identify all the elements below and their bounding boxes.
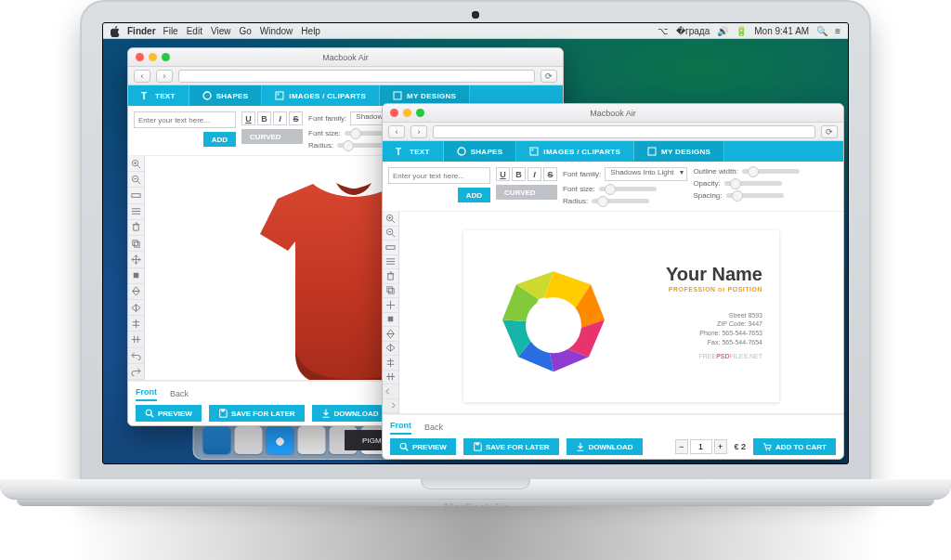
outline-width-slider[interactable]: [742, 169, 800, 174]
curved-button[interactable]: CURVED: [496, 185, 557, 200]
qty-decrement[interactable]: −: [675, 439, 688, 454]
download-button[interactable]: DOWNLOAD: [312, 405, 388, 422]
spotlight-icon[interactable]: 🔍: [816, 26, 827, 36]
delete-tool[interactable]: [128, 220, 144, 236]
view-front[interactable]: Front: [390, 421, 411, 435]
delete-tool[interactable]: [383, 269, 398, 284]
grid-tool[interactable]: [383, 255, 398, 270]
flip-h-tool[interactable]: [128, 300, 144, 316]
save-button[interactable]: SAVE FOR LATER: [209, 405, 305, 422]
move-tool[interactable]: [383, 298, 398, 313]
qty-input[interactable]: [690, 439, 712, 454]
wifi-icon[interactable]: �града: [676, 26, 710, 36]
volume-icon[interactable]: 🔊: [717, 26, 728, 36]
forward-button[interactable]: ›: [410, 125, 427, 138]
preview-button[interactable]: PREVIEW: [390, 438, 456, 455]
designer-tabs: TTEXT SHAPES IMAGES / CLIPARTS MY DESIGN…: [383, 141, 843, 162]
opacity-slider[interactable]: [724, 181, 782, 186]
zoom-out-tool[interactable]: [128, 172, 144, 188]
text-input[interactable]: [388, 167, 490, 184]
italic-button[interactable]: I: [528, 167, 541, 181]
bluetooth-icon[interactable]: ⌥: [658, 26, 669, 36]
text-input[interactable]: [134, 111, 236, 128]
menubar-clock[interactable]: Mon 9:41 AM: [754, 26, 809, 36]
underline-button[interactable]: U: [496, 167, 510, 181]
font-size-slider[interactable]: [599, 187, 657, 191]
bold-button[interactable]: B: [512, 167, 526, 181]
menubar-help[interactable]: Help: [301, 26, 320, 36]
align-v-tool[interactable]: [383, 371, 398, 385]
dock-safari[interactable]: [267, 426, 294, 454]
view-front[interactable]: Front: [136, 387, 157, 401]
align-h-tool[interactable]: [383, 356, 398, 371]
dock-finder[interactable]: [203, 426, 231, 454]
window-titlebar[interactable]: Macbook Air: [383, 104, 843, 123]
reload-button[interactable]: ⟳: [541, 70, 557, 83]
bring-front-tool[interactable]: [128, 268, 144, 284]
back-button[interactable]: ‹: [388, 125, 405, 138]
zoom-out-tool[interactable]: [383, 227, 398, 241]
reload-button[interactable]: ⟳: [821, 125, 838, 138]
bring-front-tool[interactable]: [383, 313, 398, 328]
window-titlebar[interactable]: Macbook Air: [128, 48, 563, 67]
dock-launchpad[interactable]: [235, 426, 263, 454]
grid-tool[interactable]: [128, 204, 144, 220]
tab-images[interactable]: IMAGES / CLIPARTS: [516, 141, 634, 162]
curved-button[interactable]: CURVED: [241, 129, 303, 144]
add-button[interactable]: ADD: [458, 188, 490, 202]
align-v-tool[interactable]: [128, 332, 144, 347]
zoom-in-tool[interactable]: [383, 212, 398, 227]
back-button[interactable]: ‹: [134, 70, 150, 83]
save-button[interactable]: SAVE FOR LATER: [463, 438, 559, 455]
undo-tool[interactable]: [383, 384, 398, 399]
tab-mydesigns[interactable]: MY DESIGNS: [634, 141, 724, 162]
tab-shapes[interactable]: SHAPES: [189, 85, 263, 106]
zoom-in-tool[interactable]: [128, 156, 144, 172]
spacing-slider[interactable]: [726, 193, 784, 198]
view-back[interactable]: Back: [170, 389, 189, 401]
bold-button[interactable]: B: [257, 111, 271, 125]
add-button[interactable]: ADD: [203, 132, 236, 147]
redo-tool[interactable]: [128, 364, 144, 380]
ruler-tool[interactable]: [128, 188, 144, 203]
radius-slider[interactable]: [592, 199, 649, 203]
tab-images[interactable]: IMAGES / CLIPARTS: [262, 85, 380, 106]
duplicate-tool[interactable]: [383, 284, 398, 299]
dock-mail[interactable]: [298, 426, 326, 454]
flip-v-tool[interactable]: [128, 284, 144, 300]
qty-increment[interactable]: +: [714, 439, 727, 454]
menubar-window[interactable]: Window: [260, 26, 293, 36]
address-bar[interactable]: [433, 125, 815, 138]
notification-center-icon[interactable]: ≡: [835, 26, 840, 36]
address-bar[interactable]: [178, 70, 535, 83]
tab-shapes[interactable]: SHAPES: [444, 141, 517, 162]
flip-h-tool[interactable]: [383, 342, 398, 357]
undo-tool[interactable]: [128, 348, 144, 364]
ruler-tool[interactable]: [383, 241, 398, 255]
design-canvas[interactable]: Your Name PROFESSION or POSITION Street …: [399, 212, 843, 413]
menubar-file[interactable]: File: [163, 26, 178, 36]
battery-icon[interactable]: 🔋: [736, 26, 747, 36]
flip-v-tool[interactable]: [383, 327, 398, 342]
menubar-view[interactable]: View: [211, 26, 231, 36]
font-family-select[interactable]: Shadows Into Light: [605, 167, 687, 181]
underline-button[interactable]: U: [241, 111, 255, 125]
tab-text[interactable]: TTEXT: [383, 141, 444, 162]
strike-button[interactable]: S: [289, 111, 303, 125]
menubar-app-name[interactable]: Finder: [127, 26, 156, 36]
view-back[interactable]: Back: [424, 423, 443, 435]
align-h-tool[interactable]: [128, 316, 144, 332]
download-button[interactable]: DOWNLOAD: [567, 438, 643, 455]
redo-tool[interactable]: [383, 399, 398, 414]
italic-button[interactable]: I: [273, 111, 287, 125]
menubar-edit[interactable]: Edit: [187, 26, 202, 36]
strike-button[interactable]: S: [543, 167, 557, 181]
add-to-cart-button[interactable]: ADD TO CART: [753, 438, 836, 455]
tab-text[interactable]: T TEXT: [128, 85, 189, 106]
preview-button[interactable]: PREVIEW: [136, 405, 202, 422]
forward-button[interactable]: ›: [156, 70, 173, 83]
duplicate-tool[interactable]: [128, 236, 144, 252]
menubar-go[interactable]: Go: [239, 26, 251, 36]
apple-menu-icon[interactable]: [111, 26, 120, 35]
move-tool[interactable]: [128, 252, 144, 267]
